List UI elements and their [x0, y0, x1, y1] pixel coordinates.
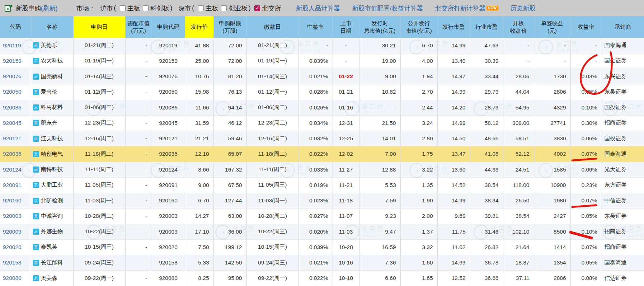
cell-name: 京蘅东光	[31, 115, 73, 131]
stock-name: 精创电气	[41, 150, 63, 158]
cell-name: 京爱舍伦	[31, 84, 73, 100]
cell-apply_code: 920050	[152, 84, 185, 100]
cell-issue_price: 8.25	[185, 271, 213, 286]
cell-apply_code: 920119	[152, 38, 185, 53]
cell-industry_pe: 44.33	[470, 162, 503, 177]
cell-sign_income: 2427	[534, 208, 570, 224]
table-row: 920020京泰凯英10-15(周三)-9200207.50199.1210-1…	[0, 239, 644, 255]
market-shanghai-label: 沪市	[100, 4, 113, 13]
cell-underwriter: 国投证券	[602, 131, 644, 146]
cell-sign_income: 8500	[534, 224, 570, 239]
cell-sign_income: 10900	[534, 177, 570, 193]
link-bse-ipo-calculator[interactable]: 北交所打新计算器NEW	[435, 4, 498, 13]
stock-name: 泰凯英	[41, 243, 58, 251]
cell-open_close: 52.12	[503, 146, 534, 162]
checkbox-shenzhen-main[interactable]	[198, 5, 204, 11]
stock-code-link[interactable]: 920003	[3, 213, 22, 219]
cell-apply_date: 12-23(周二)	[73, 115, 125, 131]
cell-issue_pe: 9.69	[437, 208, 470, 224]
stock-name: 江天科技	[41, 135, 63, 142]
stock-code-link[interactable]: 920159	[3, 58, 22, 64]
checkbox-shenzhen-chinext[interactable]	[221, 5, 227, 11]
table-row: 920124京南特科技11-11(周二)-9201248.66167.3211-…	[0, 162, 644, 177]
cell-yield: 0.05%	[570, 208, 602, 224]
cell-public_mv: 3.32	[400, 239, 437, 255]
stock-code-link[interactable]: 920119	[3, 42, 21, 48]
cell-list_date: -	[333, 38, 359, 53]
stock-code-link[interactable]: 920080	[3, 275, 22, 281]
cell-name: 京长江能科	[31, 255, 73, 271]
excel-export-icon[interactable]: x	[4, 4, 13, 13]
cell-name: 京国亮新材	[31, 69, 73, 84]
cell-sign_income: 4002	[534, 146, 570, 162]
cell-apply_code: 920076	[152, 69, 185, 84]
cell-yield: -	[570, 53, 602, 69]
cell-issue_price: 12.10	[185, 146, 213, 162]
column-header-apply_limit: 申购限额(万股)	[213, 16, 246, 38]
cell-underwriter: 东吴证券	[602, 84, 644, 100]
refresh-link[interactable]: (刷新)	[41, 4, 58, 13]
checkbox-shanghai-star[interactable]	[143, 5, 149, 11]
cell-required_mv: -	[125, 239, 152, 255]
cell-required_mv: -	[125, 208, 152, 224]
cell-public_mv: 2.00	[400, 208, 437, 224]
column-header-required_mv: 需配市值(万元)	[125, 16, 152, 38]
cell-underwriter: 信达证券	[602, 271, 644, 286]
cell-sign_income: 1414	[534, 239, 570, 255]
link-mv-config-calculator[interactable]: 新股市值配置/收益计算器	[352, 4, 423, 13]
cell-name: 京南特科技	[31, 162, 73, 177]
cell-issue_pe: 14.97	[437, 69, 470, 84]
cell-win_rate: 0.022%	[299, 146, 333, 162]
cell-total_mv: 14.01	[359, 131, 400, 146]
table-row: 920159京农大科技01-19(周一)-92015925.0072.0001-…	[0, 53, 644, 69]
column-header-issue_pe: 发行市盈	[437, 16, 470, 38]
ipo-table: 代码名称申购日需配市值(万元)申购代码发行价申购限额(万股)缴款日中签率上市日期…	[0, 16, 644, 286]
stock-code-link[interactable]: 920009	[3, 229, 22, 235]
cell-issue_pe: 14.52	[437, 177, 470, 193]
cell-issue_pe: 13.40	[437, 53, 470, 69]
stock-code-link[interactable]: 920020	[3, 244, 22, 250]
cell-code: 920020	[0, 239, 31, 255]
cell-win_rate: 0.020%	[299, 224, 333, 239]
checkbox-shanghai-main[interactable]	[120, 5, 126, 11]
stock-code-link[interactable]: 920050	[3, 89, 22, 95]
cell-required_mv: -	[125, 224, 152, 239]
cell-list_date: 01-16	[333, 100, 359, 115]
column-header-public_mv: 公开发行市值(亿元)	[400, 16, 437, 38]
cell-name: 京泰凯英	[31, 239, 73, 255]
cell-total_mv: 30.21	[359, 38, 400, 53]
cell-list_date: 10-16	[333, 255, 359, 271]
stock-name: 国亮新材	[41, 73, 63, 80]
checkbox-bse[interactable]	[254, 5, 260, 11]
cell-pay_date: 10-15(周三)	[246, 239, 299, 255]
stock-code-link[interactable]: 920035	[3, 151, 22, 157]
cell-public_mv: 1.90	[400, 193, 437, 208]
stock-code-link[interactable]: 920045	[3, 120, 22, 126]
stock-code-link[interactable]: 920091	[3, 182, 22, 188]
stock-code-link[interactable]: 920086	[3, 104, 22, 111]
cell-sign_income: 1354	[534, 255, 570, 271]
stock-name: 大鹏工业	[41, 181, 63, 189]
link-history-ipo[interactable]: 历史新股	[511, 4, 536, 13]
cell-apply_limit: 72.00	[213, 38, 246, 53]
cell-list_date: 11-27	[333, 162, 359, 177]
cell-apply_code: 920045	[152, 115, 185, 131]
cell-issue_pe: 14.99	[437, 38, 470, 53]
cell-sign_income: 1585	[534, 162, 570, 177]
cell-total_mv: 16.59	[359, 239, 400, 255]
table-row: 920158京长江能科09-24(周三)-9201585.33142.5009-…	[0, 255, 644, 271]
link-luck-calculator[interactable]: 新股人品计算器	[296, 4, 340, 13]
stock-name: 美德乐	[41, 42, 58, 49]
cell-public_mv: 2.44	[400, 100, 437, 115]
stock-code-link[interactable]: 920076	[3, 73, 22, 79]
cell-total_mv: 9.00	[359, 69, 400, 84]
stock-code-link[interactable]: 920158	[3, 259, 22, 266]
stock-code-link[interactable]: 920121	[3, 135, 22, 141]
cell-pay_date: 11-18(周二)	[246, 146, 299, 162]
checkbox-shanghai-main-label: 主板	[127, 4, 140, 13]
cell-industry_pe: 47.63	[470, 38, 503, 53]
stock-code-link[interactable]: 920124	[3, 167, 22, 173]
table-row: 920076京国亮新材01-14(周三)-92007610.7681.2001-…	[0, 69, 644, 84]
stock-code-link[interactable]: 920160	[3, 197, 22, 203]
cell-underwriter: 东吴证券	[602, 208, 644, 224]
